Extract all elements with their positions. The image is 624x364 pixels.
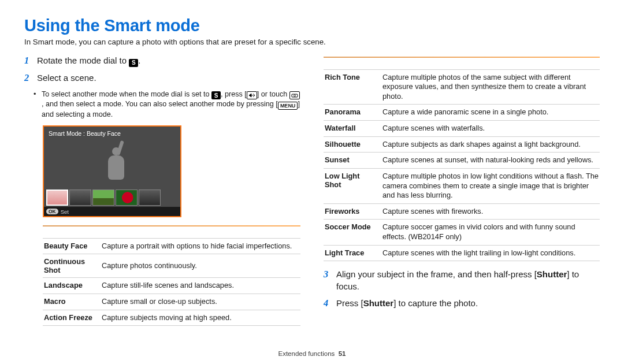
mode-description: Capture soccer games in vivid colors and… [381, 220, 600, 245]
page-footer: Extended functions 51 [0, 350, 624, 357]
left-column: 1 Rotate the mode dial to S. 2 Select a … [24, 54, 300, 326]
screenshot-title: Smart Mode : Beauty Face [49, 130, 121, 137]
step-4-number: 4 [324, 297, 332, 310]
mode-description: Capture scenes with waterfalls. [381, 121, 600, 137]
mode-screenshot: Smart Mode : Beauty Face OK Set [43, 125, 181, 217]
table-separator-right [324, 57, 600, 58]
back-button-icon [247, 91, 257, 99]
sub-text-4: , and then select a mode. You can also s… [42, 100, 278, 108]
step-2-substep: To select another mode when the mode dia… [42, 90, 300, 120]
step-1-text-post: . [138, 55, 140, 65]
content-columns: 1 Rotate the mode dial to S. 2 Select a … [24, 54, 600, 326]
modes-table-left: Beauty FaceCapture a portrait with optio… [43, 230, 300, 326]
screenshot-footer: OK Set [44, 207, 180, 216]
thumbnail-3[interactable] [92, 190, 114, 206]
mode-option: Panorama [324, 105, 381, 121]
table-row: Light TraceCapture scenes with the light… [324, 245, 600, 261]
table-row: Low Light ShotCapture multiple photos in… [324, 168, 600, 203]
table-row: Action FreezeCapture subjects moving at … [43, 310, 300, 326]
step-4-pre: Press [ [336, 298, 363, 308]
mode-description: Capture scenes with the light trailing i… [381, 245, 600, 261]
table-row: Continuous ShotCapture photos continuous… [43, 254, 300, 278]
table-row: LandscapeCapture still-life scenes and l… [43, 278, 300, 294]
mode-description: Capture a portrait with options to hide … [101, 238, 300, 254]
menu-button-icon: MENU [278, 102, 298, 110]
set-label: Set [61, 209, 69, 215]
step-4: 4 Press [Shutter] to capture the photo. [324, 297, 600, 310]
step-3-pre: Align your subject in the frame, and the… [336, 269, 537, 279]
camera-button-icon [289, 91, 300, 99]
table-row: WaterfallCapture scenes with waterfalls. [324, 121, 600, 137]
svg-point-1 [294, 95, 295, 96]
thumbnail-beauty-face[interactable] [46, 190, 68, 206]
mode-option: Silhouette [324, 136, 381, 153]
table-row: Beauty FaceCapture a portrait with optio… [43, 238, 300, 254]
step-2: 2 Select a scene. [24, 72, 300, 84]
mode-description: Capture scenes at sunset, with natural-l… [381, 153, 600, 169]
sub-text-2: , press [ [221, 90, 247, 98]
shutter-label-2: Shutter [363, 298, 394, 308]
table-separator-left [43, 225, 300, 226]
footer-section: Extended functions [278, 350, 335, 357]
mode-option: Action Freeze [43, 310, 101, 326]
table-row: Soccer ModeCapture soccer games in vivid… [324, 220, 600, 245]
hdr-description [101, 230, 300, 238]
subject-silhouette [99, 143, 133, 184]
step-1-body: Rotate the mode dial to S. [37, 54, 140, 67]
step-3: 3 Align your subject in the frame, and t… [324, 268, 600, 292]
mode-option: Soccer Mode [324, 220, 381, 245]
table-row: FireworksCapture scenes with fireworks. [324, 203, 600, 220]
mode-description: Capture scenes with fireworks. [381, 203, 600, 220]
step-3-body: Align your subject in the frame, and the… [336, 268, 600, 292]
sub-text-3: ] or touch [257, 90, 289, 98]
mode-option: Fireworks [324, 203, 381, 220]
mode-description: Capture multiple photos of the same subj… [381, 69, 600, 105]
hdr-description [381, 61, 600, 69]
screenshot-area: Smart Mode : Beauty Face OK Set [44, 127, 180, 216]
step-1: 1 Rotate the mode dial to S. [24, 54, 300, 67]
page-number: 51 [339, 350, 346, 357]
page-title: Using the Smart mode [24, 16, 600, 35]
mode-description: Capture subjects moving at high speed. [101, 310, 300, 326]
table-row: MacroCapture small or close-up subjects. [43, 294, 300, 310]
smart-mode-icon: S [129, 59, 138, 67]
thumbnail-4[interactable] [116, 190, 138, 206]
table-row: SunsetCapture scenes at sunset, with nat… [324, 153, 600, 169]
mode-description: Capture multiple photos in low light con… [381, 168, 600, 203]
intro-text: In Smart mode, you can capture a photo w… [24, 38, 600, 46]
mode-option: Macro [43, 294, 101, 310]
mode-option: Beauty Face [43, 238, 101, 254]
step-2-number: 2 [24, 72, 32, 84]
hdr-option [43, 230, 101, 238]
table-row: Rich ToneCapture multiple photos of the … [324, 69, 600, 105]
mode-option: Waterfall [324, 121, 381, 137]
mode-option: Rich Tone [324, 69, 381, 105]
mode-option: Sunset [324, 153, 381, 169]
mode-option: Light Trace [324, 245, 381, 261]
table-row: SilhouetteCapture subjects as dark shape… [324, 136, 600, 153]
right-column: Rich ToneCapture multiple photos of the … [324, 54, 600, 326]
sub-text-1: To select another mode when the mode dia… [42, 90, 211, 98]
shutter-label-1: Shutter [537, 269, 567, 279]
thumbnail-2[interactable] [69, 190, 91, 206]
step-4-body: Press [Shutter] to capture the photo. [336, 297, 478, 310]
mode-description: Capture still-life scenes and landscapes… [101, 278, 300, 294]
mode-description: Capture a wide panoramic scene in a sing… [381, 105, 600, 121]
mode-description: Capture small or close-up subjects. [101, 294, 300, 310]
mode-description: Capture subjects as dark shapes against … [381, 136, 600, 153]
thumbnail-5[interactable] [139, 190, 161, 206]
step-4-post: ] to capture the photo. [393, 298, 478, 308]
mode-description: Capture photos continuously. [101, 254, 300, 278]
mode-option: Landscape [43, 278, 101, 294]
ok-indicator: OK [46, 209, 58, 214]
mode-option: Continuous Shot [43, 254, 101, 278]
table-row: PanoramaCapture a wide panoramic scene i… [324, 105, 600, 121]
mode-option: Low Light Shot [324, 168, 381, 203]
mode-thumbnail-strip [46, 190, 161, 206]
smart-mode-icon: S [211, 91, 221, 99]
step-1-number: 1 [24, 54, 32, 67]
step-3-number: 3 [324, 268, 332, 292]
step-2-body: Select a scene. [37, 72, 96, 84]
step-1-text-pre: Rotate the mode dial to [37, 55, 129, 65]
hdr-option [324, 61, 381, 69]
